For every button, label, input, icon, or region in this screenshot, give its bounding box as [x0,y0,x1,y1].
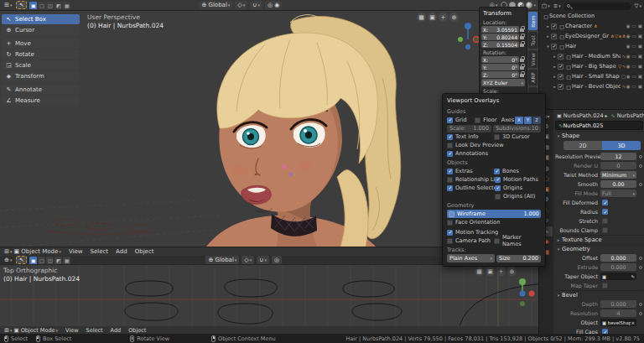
visibility-icons[interactable]: ◉▭▣ [626,64,643,69]
keyframe-dot[interactable] [639,266,642,269]
top-orthographic-viewport[interactable]: Top Orthographic (0) Hair | NurbsPath.02… [0,265,538,326]
camera-view-icon[interactable]: ▣ [486,267,495,276]
bones-checkbox[interactable]: Bones [494,168,541,174]
bevel-section-header[interactable]: ▾Bevel [555,290,643,299]
keyframe-dot[interactable] [639,312,642,315]
rotation-mode-dropdown[interactable]: XYZ Euler▾ [481,79,525,86]
lock-icon[interactable] [519,72,525,77]
mode-icon-3[interactable]: ◫ [46,2,54,9]
axis-z-toggle[interactable]: Z [532,117,541,124]
outliner-row-eyedesigner[interactable]: ▸▢ EyeDesigner_Group⋔▽a⋔ ◉▭▣ [540,31,643,41]
gizmo-dropdown-icon[interactable]: ⊕▾ [3,257,13,263]
breadcrumb-object[interactable]: NurbsPath.024 [564,112,604,119]
shape-section-header[interactable]: ▾Shape [555,131,643,140]
smooth-field[interactable]: 0.00 [600,180,636,188]
rotation-y-row[interactable]: Y:0° [481,64,525,70]
outliner-row-hair[interactable]: ▾▢ Hair ◉▭▣ [540,41,643,51]
floor-checkbox[interactable]: Floor [475,117,501,123]
outliner-filter-icon[interactable]: ▢▾ [540,3,552,9]
editor-type-icon[interactable]: ⊞▾ [3,2,13,8]
outliner-row-hair-bevel[interactable]: ▸▢ Hair - Bevel Objects∿ ◉▭▣ [540,81,643,91]
keyframe-dot[interactable] [639,164,642,168]
twist-method-dropdown[interactable]: Minimum▾ [600,171,636,179]
menu-select[interactable]: Select [86,327,103,334]
menu-view[interactable]: View [65,327,78,334]
transform-orientation-dropdown[interactable]: ⊕ Global▾ [199,1,232,9]
collection-checkbox[interactable] [558,84,564,90]
mode-icon-5[interactable]: ▦ [63,2,70,9]
relationship-lines-checkbox[interactable]: Relationship Lines [447,176,495,183]
menu-add[interactable]: Add [111,327,122,334]
pivot-point-dropdown[interactable]: ◇▾ [235,1,247,9]
bevel-object-field[interactable]: ▣ bevelShape_3.001× [600,319,636,326]
annotations-checkbox[interactable]: Annotations [447,150,541,157]
bevel-depth-field[interactable]: 0.000 [600,300,636,308]
pivot-point-dropdown[interactable]: ◇▾ [242,256,254,264]
editor-type-icon[interactable]: ⊞▾ [3,327,13,334]
resolution-preview-field[interactable]: 12 [600,153,636,160]
tool-cursor[interactable]: ⊕Cursor [2,25,80,35]
tool-annotate[interactable]: ✎Annotate [2,85,80,95]
eyedropper-icon[interactable]: ✎ [631,274,635,279]
axis-x-toggle[interactable]: X [515,117,523,124]
extras-checkbox[interactable]: Extras [447,168,494,174]
tool-transform[interactable]: ◈Transform [2,71,80,81]
collection-checkbox[interactable] [558,54,564,60]
tool-scale[interactable]: ◲Scale [2,60,80,70]
mode-icon-5[interactable]: ▦ [63,257,70,264]
breadcrumb-data[interactable]: NurbsPath.025 [617,112,644,119]
outliner-display-mode-icon[interactable]: ≡▾ [552,3,563,9]
look-dev-checkbox[interactable]: Look Dev Preview [447,142,541,148]
radius-checkbox[interactable] [602,209,608,215]
mode-dropdown[interactable]: ▣ Object Mode▾ [13,327,58,334]
tool-move[interactable]: +Move [2,39,80,49]
tab-item[interactable]: Item [528,12,538,30]
geometry-section-header[interactable]: ▾Geometry [555,244,643,253]
active-tool-select-box-icon[interactable]: ↖ [16,256,27,264]
snap-magnet-dropdown[interactable]: ∪▾ [257,256,269,264]
navigation-gizmo[interactable] [513,277,535,310]
marker-names-checkbox[interactable]: Marker Names [494,234,541,247]
menu-object[interactable]: Object [128,327,146,334]
grid-ortho-icon[interactable]: ▦ [475,267,484,276]
lock-icon[interactable] [519,42,525,47]
keyframe-dot[interactable] [639,155,642,159]
tab-arp[interactable]: ARP [528,70,538,86]
outliner-row-hair-small[interactable]: ▸▢ Hair - Small Shapes▢ ◉▭▣ [540,71,643,81]
lock-icon[interactable] [519,57,525,62]
menu-add[interactable]: Add [116,248,127,255]
visibility-icons[interactable]: ◉▭▣ [626,54,643,59]
map-taper-checkbox[interactable] [602,283,608,288]
outliner-search-input[interactable] [564,3,631,10]
outliner-row-hair-medium[interactable]: ▸▢ Hair - Medium Shapes∿ ◉▭▣ [540,51,643,61]
outliner-row-scene-collection[interactable]: ▢ Scene Collection [540,11,643,21]
pan-hand-icon[interactable]: + [496,267,506,276]
collection-checkbox[interactable] [551,44,557,49]
origins-checkbox[interactable]: Origins [495,184,541,191]
collection-checkbox[interactable] [551,23,557,29]
tool-select-box[interactable]: ↖Select Box [2,14,80,24]
texture-space-section-header[interactable]: ▸Texture Space [555,235,643,244]
location-y-row[interactable]: Y:0.80244 [481,34,525,40]
tab-tool[interactable]: Tool [528,32,538,49]
motion-paths-checkbox[interactable]: Motion Paths [495,176,541,183]
wireframe-row[interactable]: Wireframe1.000 [447,210,541,218]
bevel-resolution-field[interactable]: 4 [600,309,636,317]
keyframe-dot[interactable] [639,303,642,306]
mode-icon-2[interactable]: ▢ [38,257,45,264]
active-tool-select-box-icon[interactable]: ↖ [16,1,27,9]
menu-select[interactable]: Select [91,248,109,255]
visibility-icons[interactable]: ◉▭▣ [626,23,643,29]
rotation-x-row[interactable]: X:0° [481,56,525,63]
bounds-clamp-checkbox[interactable] [602,227,608,233]
keyframe-dot[interactable] [639,183,642,186]
origins-all-checkbox[interactable]: Origins (All) [495,193,541,200]
3d-cursor-checkbox[interactable]: 3D Cursor [494,133,541,140]
lock-icon[interactable] [519,65,525,70]
2d-button[interactable]: 2D [564,141,602,150]
visibility-icons[interactable]: ◉▭▣ [626,44,643,49]
editor-type-icon[interactable]: ⊞▾ [3,248,13,255]
navigation-gizmo[interactable] [456,21,480,51]
outline-selected-checkbox[interactable]: Outline Selected [447,184,495,191]
lock-icon[interactable] [519,27,525,32]
